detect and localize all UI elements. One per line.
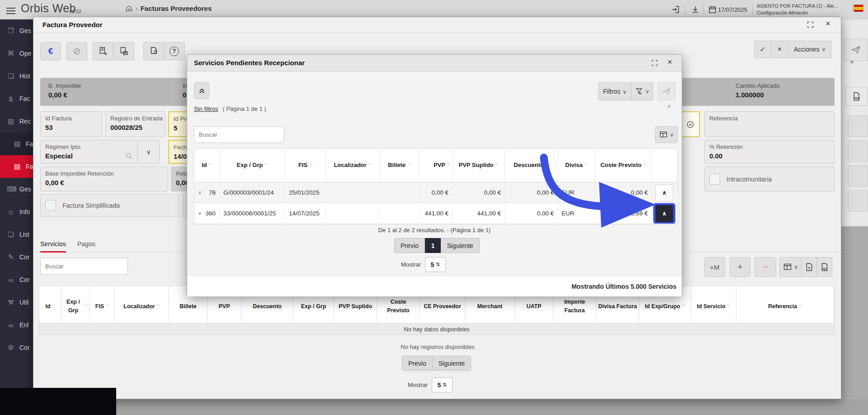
menu-icon[interactable] — [6, 6, 15, 13]
regimen-ipto-field[interactable]: Régimen Ipto. Especial — [40, 140, 138, 164]
help-button[interactable]: ? — [164, 42, 185, 60]
clear-filters-icon[interactable]: × — [667, 103, 671, 110]
download-icon[interactable] — [691, 5, 700, 14]
send-button[interactable] — [844, 38, 868, 61]
col-header-pvp[interactable]: PVP — [419, 149, 453, 182]
invoice-modal-header[interactable]: Factura Proveedor × — [33, 17, 841, 33]
sidebar-item-cor1[interactable]: ✎Cor — [0, 246, 35, 268]
session-info[interactable]: ASIENTO POR FACTURA (1) - Ale... Configu… — [757, 3, 850, 16]
sidebar-item-gestion2[interactable]: ⌨Ges — [0, 178, 35, 200]
add-multiple-button[interactable]: +M — [704, 257, 725, 277]
sidebar-item-listados[interactable]: ❏List — [0, 223, 35, 246]
services-modal-header[interactable]: Servicios Pendientes Recepcionar × — [187, 55, 682, 72]
col-header[interactable]: Referencia — [736, 286, 834, 327]
id-factura-field[interactable]: Id Factura 53 — [40, 111, 102, 137]
sidebar-item-utilidades[interactable]: ⚒Util — [0, 291, 35, 314]
close-icon[interactable]: × — [826, 19, 830, 29]
search-icon[interactable] — [125, 152, 133, 160]
sidebar-item-facturas-active[interactable]: ▤Fa — [0, 155, 35, 178]
copy-print-button[interactable] — [113, 42, 134, 60]
page-size-select[interactable]: 5 — [425, 257, 446, 272]
sidebar-item-historico[interactable]: ❏Hist — [0, 65, 35, 87]
registro-entrada-field[interactable]: Registro de Entrada 000028/25 — [105, 111, 165, 137]
sidebar-item-enlaces[interactable]: ∞Enl — [0, 314, 35, 336]
col-header-coste-previsto[interactable]: Coste Previsto — [595, 149, 652, 182]
col-header-divisa[interactable]: Divisa — [558, 149, 595, 182]
next-page-button[interactable]: Siguiente — [433, 356, 471, 371]
language-flag-icon[interactable] — [854, 5, 863, 11]
col-header-exp[interactable]: Exp / Grp — [220, 149, 285, 182]
referencia-field[interactable]: Referencia — [704, 111, 835, 137]
sidebar-item-gestion[interactable]: ❒Ges — [0, 19, 35, 42]
add-row-button[interactable]: + — [730, 257, 750, 277]
col-header-localizador[interactable]: Localizador — [326, 149, 380, 182]
sidebar-item-operativa[interactable]: ⌘Ope — [0, 42, 35, 65]
cancel-invoice-button[interactable]: ⊘ — [66, 42, 87, 60]
factura-simplificada-checkbox[interactable] — [45, 200, 56, 211]
tab-pagos[interactable]: Pagos — [77, 240, 95, 248]
collapse-button[interactable] — [194, 82, 209, 99]
col-header[interactable]: Id — [39, 286, 62, 327]
retencion-pct-field[interactable]: % Retención 0.00 — [704, 140, 835, 164]
sidebar-item-informes[interactable]: ☺Info — [0, 200, 35, 223]
smart-filter-button[interactable] — [632, 82, 653, 100]
columns-dropdown-button[interactable] — [779, 257, 802, 277]
page-size-select[interactable]: 5 — [432, 377, 453, 392]
columns-dropdown-button[interactable] — [655, 126, 678, 143]
next-page-button[interactable]: Siguiente — [441, 238, 479, 253]
col-header-billete[interactable]: Billete — [380, 149, 419, 182]
logout-icon[interactable] — [671, 5, 680, 14]
export-excel-button[interactable]: x — [802, 257, 817, 277]
tab-servicios[interactable]: Servicios — [40, 240, 66, 253]
maximize-icon[interactable] — [651, 59, 658, 67]
col-header-descuento[interactable]: Descuento — [505, 149, 558, 182]
previous-page-button[interactable]: Previo — [394, 238, 425, 253]
calendar-icon[interactable] — [708, 5, 717, 14]
send-filter-button[interactable] — [657, 82, 675, 100]
col-header[interactable]: Id Servicio — [691, 286, 736, 327]
confirm-button[interactable]: ✓ — [754, 41, 771, 58]
copy-add-button[interactable] — [93, 42, 113, 60]
expand-chevron-icon[interactable]: ∨ — [198, 190, 202, 196]
modal-search-input[interactable] — [194, 126, 284, 143]
discard-button[interactable]: × — [771, 41, 788, 58]
col-header[interactable]: FIS — [90, 286, 115, 327]
current-page-button[interactable]: 1 — [425, 238, 441, 253]
previous-page-button[interactable]: Previo — [402, 356, 433, 371]
sidebar-item-configuracion[interactable]: ⚙Cor — [0, 336, 35, 359]
sidebar-item-facturacion[interactable]: $Fac — [0, 87, 35, 110]
regimen-dropdown-button[interactable]: ∨ — [137, 140, 160, 164]
filtros-dropdown[interactable]: Filtros — [598, 82, 632, 100]
factura-simplificada-field[interactable]: Factura Simplificada — [40, 194, 179, 217]
close-icon[interactable]: × — [667, 57, 672, 67]
collapse-row-button-highlighted[interactable]: ∧ — [656, 205, 673, 222]
col-header-fis[interactable]: FIS — [285, 149, 326, 182]
maximize-icon[interactable] — [807, 21, 814, 29]
intracomunitaria-field[interactable]: Intracomunitaria — [704, 167, 835, 191]
link-icon: ∞ — [7, 321, 15, 329]
services-search-input[interactable] — [40, 258, 128, 275]
proveedor-check-field-clipped[interactable] — [681, 111, 700, 137]
euro-button[interactable]: € — [40, 42, 61, 60]
no-filters-link[interactable]: Sin filtros — [194, 105, 218, 112]
home-icon[interactable] — [125, 5, 133, 12]
attach-document-button[interactable] — [143, 42, 164, 60]
pdf-button[interactable]: PDF — [845, 87, 868, 106]
breadcrumb-current[interactable]: Facturas Proveedores — [141, 5, 212, 12]
col-header[interactable]: Localizador — [115, 286, 169, 327]
acciones-dropdown[interactable]: Acciones — [788, 41, 831, 58]
col-header-pvp-suplido[interactable]: PVP Suplido — [453, 149, 505, 182]
collapse-row-button[interactable]: ∧ — [656, 184, 673, 201]
col-header[interactable]: Exp / Grp — [62, 286, 90, 327]
export-pdf-button[interactable]: PDF — [817, 257, 832, 277]
sidebar-item-recepcion[interactable]: ▤Rec — [0, 110, 35, 133]
close-icon[interactable]: × — [850, 58, 854, 66]
sidebar-item-cor2[interactable]: ∞Cor — [0, 268, 35, 291]
current-date[interactable]: 17/07/2025 — [718, 6, 747, 13]
sidebar-item-facturas[interactable]: ▤Fa — [0, 133, 35, 155]
intracomunitaria-checkbox[interactable] — [709, 174, 720, 185]
expand-chevron-icon[interactable]: ∨ — [198, 210, 202, 216]
col-header-id[interactable]: Id — [194, 149, 220, 182]
remove-row-button[interactable]: − — [755, 257, 776, 277]
base-imponible-retencion-field[interactable]: Base Imponible Retención 0,00 € — [40, 167, 168, 191]
